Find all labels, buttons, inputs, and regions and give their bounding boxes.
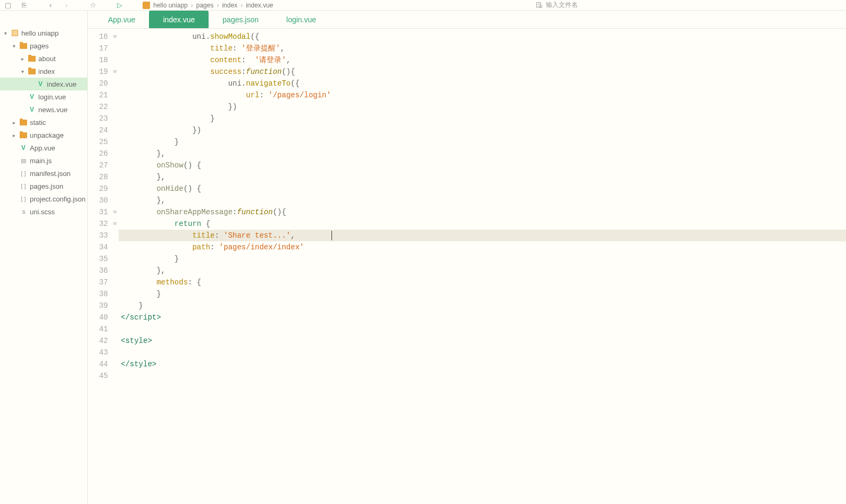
project-icon	[143, 2, 150, 9]
breadcrumb-item[interactable]: pages	[196, 2, 214, 9]
code-line[interactable]: methods: {	[119, 276, 846, 288]
chevron-right-icon[interactable]: ▸	[11, 132, 17, 138]
tree-item[interactable]: Vindex.vue	[0, 78, 87, 90]
code-line[interactable]	[119, 323, 846, 335]
line-number-gutter: 1617181920212223242526272829303132333435…	[88, 29, 111, 504]
tree-item[interactable]: ▸about	[0, 52, 87, 65]
code-line[interactable]: title: '登录提醒',	[119, 43, 846, 54]
js-file-icon: ▤	[19, 157, 28, 164]
tree-item[interactable]: [ ]pages.json	[0, 180, 87, 192]
editor-pane: App.vueindex.vuepages.jsonlogin.vue 1617…	[88, 11, 846, 504]
breadcrumb-item[interactable]: index	[222, 2, 237, 9]
search-icon	[535, 2, 543, 9]
code-line[interactable]: onShareAppMessage:function(){	[119, 206, 846, 218]
scss-file-icon: ട	[19, 208, 28, 215]
code-line[interactable]: uni.navigateTo({	[119, 78, 846, 89]
nav-back-icon[interactable]: ‹	[45, 1, 56, 10]
fold-toggle-icon[interactable]: ⊟	[111, 206, 119, 218]
new-file-icon[interactable]: ▢	[2, 1, 14, 10]
code-line[interactable]: }	[119, 288, 846, 300]
chevron-down-icon[interactable]: ▾	[2, 30, 9, 36]
folder-icon	[28, 55, 36, 62]
code-line[interactable]: },	[119, 148, 846, 159]
code-line[interactable]: })	[119, 101, 846, 113]
breadcrumb-item[interactable]: index.vue	[246, 2, 273, 9]
fold-toggle-icon[interactable]: ⊟	[111, 218, 119, 230]
project-root[interactable]: ▾ hello uniapp	[0, 27, 87, 39]
code-line[interactable]: onHide() {	[119, 183, 846, 195]
code-line[interactable]: }	[119, 253, 846, 265]
code-line[interactable]: }	[119, 300, 846, 312]
tree-label: login.vue	[38, 93, 66, 101]
svg-line-4	[541, 7, 542, 9]
code-line[interactable]: content: '请登录',	[119, 54, 846, 66]
code-line[interactable]: },	[119, 265, 846, 276]
tree-item[interactable]: ▾pages	[0, 39, 87, 52]
star-icon[interactable]: ☆	[87, 1, 99, 10]
code-line[interactable]: </style>	[119, 358, 846, 370]
code-line[interactable]: }	[119, 136, 846, 148]
folder-icon	[19, 42, 28, 49]
code-editor[interactable]: 1617181920212223242526272829303132333435…	[88, 29, 846, 504]
run-icon[interactable]: ▷	[114, 1, 126, 10]
tree-item[interactable]: ▤main.js	[0, 154, 87, 167]
code-line[interactable]: path: 'pages/index/index'	[119, 241, 846, 253]
text-cursor	[331, 231, 332, 240]
code-content[interactable]: uni.showModal({ title: '登录提醒', content: …	[119, 29, 846, 504]
file-explorer[interactable]: ▾ hello uniapp ▾pages▸about▾indexVindex.…	[0, 11, 88, 504]
save-icon[interactable]: ⎘	[18, 1, 30, 10]
tree-label: manifest.json	[30, 170, 71, 178]
code-line[interactable]: title: 'Share test...',	[119, 230, 846, 241]
tree-label: pages	[30, 42, 48, 50]
tree-item[interactable]: ▾index	[0, 65, 87, 78]
tree-item[interactable]: Vnews.vue	[0, 103, 87, 116]
fold-gutter[interactable]: ⊟⊟⊟⊟	[111, 29, 119, 504]
tree-item[interactable]: Vlogin.vue	[0, 90, 87, 103]
code-line[interactable]: return {	[119, 218, 846, 230]
code-line[interactable]: <style>	[119, 335, 846, 347]
tree-item[interactable]: ▸unpackage	[0, 129, 87, 141]
chevron-right-icon[interactable]: ▸	[19, 56, 26, 62]
breadcrumb-separator: ›	[191, 2, 193, 9]
chevron-down-icon[interactable]: ▾	[11, 43, 17, 49]
code-line[interactable]: success:function(){	[119, 66, 846, 78]
json-file-icon: [ ]	[19, 182, 28, 190]
editor-tab[interactable]: login.vue	[272, 11, 330, 28]
fold-toggle-icon[interactable]: ⊟	[111, 66, 119, 78]
chevron-right-icon[interactable]: ▸	[11, 120, 17, 125]
code-line[interactable]: }	[119, 113, 846, 124]
code-line[interactable]: </script>	[119, 312, 846, 323]
vue-file-icon: V	[28, 93, 36, 100]
code-line[interactable]: },	[119, 195, 846, 206]
breadcrumb[interactable]: hello uniapp › pages › index › index.vue	[143, 2, 273, 9]
breadcrumb-item[interactable]: hello uniapp	[153, 2, 188, 9]
breadcrumb-separator: ›	[217, 2, 219, 9]
tree-label: uni.scss	[30, 208, 55, 216]
breadcrumb-separator: ›	[240, 2, 243, 9]
code-line[interactable]	[119, 347, 846, 358]
code-line[interactable]: url: '/pages/login'	[119, 89, 846, 101]
tree-label: App.vue	[30, 144, 55, 152]
tree-item[interactable]: ടuni.scss	[0, 205, 87, 218]
tree-label: unpackage	[30, 131, 64, 139]
code-line[interactable]	[119, 370, 846, 382]
tree-item[interactable]: [ ]project.config.json	[0, 192, 87, 205]
fold-toggle-icon[interactable]: ⊟	[111, 31, 119, 43]
editor-tab[interactable]: index.vue	[149, 11, 209, 28]
nav-forward-icon[interactable]: ›	[61, 1, 72, 10]
tree-item[interactable]: VApp.vue	[0, 141, 87, 154]
tree-item[interactable]: [ ]manifest.json	[0, 167, 87, 180]
vue-file-icon: V	[19, 144, 28, 152]
code-line[interactable]: },	[119, 171, 846, 183]
code-line[interactable]: onShow() {	[119, 159, 846, 171]
folder-icon	[28, 68, 36, 75]
file-search[interactable]: 输入文件名	[535, 1, 844, 10]
chevron-down-icon[interactable]: ▾	[19, 69, 26, 74]
vue-file-icon: V	[28, 106, 36, 113]
editor-tab[interactable]: pages.json	[209, 11, 272, 28]
tree-label: project.config.json	[30, 195, 86, 203]
code-line[interactable]: uni.showModal({	[119, 31, 846, 43]
editor-tab[interactable]: App.vue	[94, 11, 149, 28]
tree-item[interactable]: ▸static	[0, 116, 87, 129]
code-line[interactable]: })	[119, 124, 846, 136]
